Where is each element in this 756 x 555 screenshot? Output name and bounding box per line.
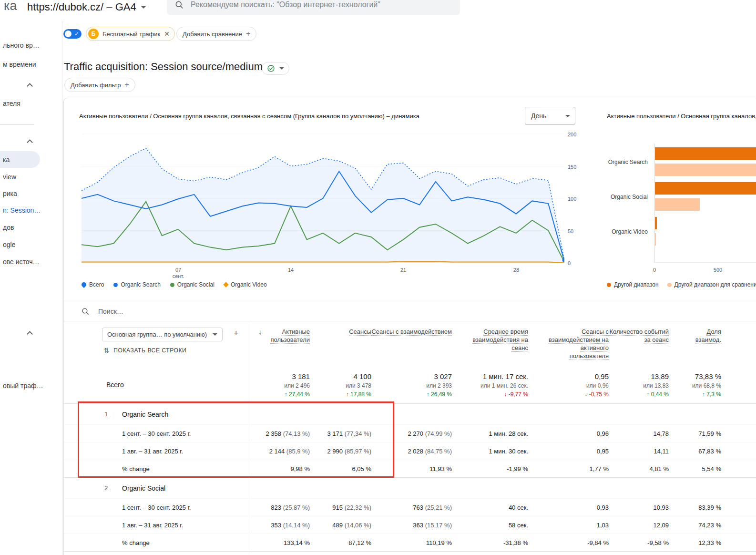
check-circle-icon xyxy=(267,64,275,72)
sidebar-item[interactable]: льного вр… xyxy=(3,41,40,49)
metric-cell: 1,03 xyxy=(528,522,609,529)
sidebar-item[interactable]: ове источ… xyxy=(3,258,40,266)
sidebar-item[interactable]: view xyxy=(3,173,16,181)
table-row: % change133,14 %87,12 %110,19 %-31,38 %-… xyxy=(64,534,756,551)
total-marker-icon xyxy=(81,281,87,288)
chevron-up-icon[interactable] xyxy=(27,331,33,337)
metric-cell: 83,39 % xyxy=(669,504,721,511)
legend-item: Другой диапазон xyxy=(607,281,659,288)
metric-cell: 1 мин. 30 сек. xyxy=(452,448,528,455)
totals-metric-cell: 1 мин. 17 сек.или 1 мин. 26 сек.↓ -9,77 … xyxy=(452,372,528,398)
column-header[interactable]: Доля взаимод. xyxy=(669,328,721,344)
metric-cell: 67,83 % xyxy=(669,448,721,455)
sidebar-item-current-report[interactable]: n: Session… xyxy=(3,206,41,214)
legend-item: Organic Social xyxy=(170,281,215,288)
group-header-row: 1Organic Search xyxy=(64,404,756,424)
add-comparison-button[interactable]: Добавить сравнение + xyxy=(176,27,256,41)
bar-chart xyxy=(654,144,756,267)
add-filter-button[interactable]: Добавить фильтр + xyxy=(64,78,135,92)
sidebar-item[interactable]: ogle xyxy=(3,241,15,248)
column-header[interactable]: Среднее время взаимодействия на сеанс xyxy=(452,328,528,352)
search-placeholder: Рекомендуем поискать: "Обзор интернет-те… xyxy=(191,0,380,9)
granularity-select[interactable]: День xyxy=(525,107,575,125)
property-title: https://dubok.cz/ – GA4 xyxy=(27,1,136,13)
legend-item: Другой диапазон для сравнения xyxy=(667,281,756,288)
report-card: Активные пользователи / Основная группа … xyxy=(63,98,756,555)
segment-chip[interactable]: Б Бесплатный трафик ✕ xyxy=(86,27,175,41)
sidebar-divider-vertical xyxy=(62,21,62,555)
chevron-up-icon[interactable] xyxy=(27,83,33,89)
report-status-badge[interactable] xyxy=(262,62,289,75)
sidebar-item[interactable]: ателя xyxy=(3,100,20,107)
plus-icon: + xyxy=(125,81,129,89)
metric-cell: 489 (14,06 %) xyxy=(310,522,371,529)
row-label: 1 сент. – 30 сент. 2025 г. xyxy=(64,430,249,437)
sidebar-item[interactable]: м времени xyxy=(3,61,36,68)
line-chart-title: Активные пользователи / Основная группа … xyxy=(79,113,499,120)
chevron-up-icon[interactable] xyxy=(27,139,33,145)
bar-chart-title: Активные пользователи / Основная группа … xyxy=(607,113,756,120)
table-row: 1 авг. – 31 авг. 2025 г.2 144 (85,9 %)2 … xyxy=(64,442,756,460)
bar-axis-tick: 500 xyxy=(711,267,725,273)
column-header[interactable]: Количество событий за сеанс xyxy=(609,328,669,344)
metric-cell: 11,93 % xyxy=(371,465,452,473)
property-selector[interactable]: https://dubok.cz/ – GA4 xyxy=(27,1,146,13)
table-search[interactable]: Поиск… xyxy=(64,301,756,321)
metric-cell: 40 сек. xyxy=(452,504,528,511)
legend-item: Organic Video xyxy=(224,281,267,288)
metric-cell: 14,78 xyxy=(609,430,669,437)
sidebar-item[interactable]: овый траф… xyxy=(3,382,43,390)
metric-cell: 1 мин. 28 сек. xyxy=(452,430,528,437)
metric-cell: 10,93 xyxy=(609,504,669,511)
ga4-report-page: льного вр… м времени ателя ка view рика … xyxy=(0,0,756,555)
x-axis-label: 07сент. xyxy=(164,267,193,279)
totals-metric-cell: 4 100или 3 478↑ 17,88 % xyxy=(310,372,371,398)
segment-chip-label: Бесплатный трафик xyxy=(102,31,160,38)
metric-cell: 87,12 % xyxy=(310,539,371,546)
series-dot-icon xyxy=(170,283,174,287)
metric-cell: 1,77 % xyxy=(528,465,609,473)
chart-legend: Всего Organic Search Organic Social Orga… xyxy=(82,281,267,288)
column-header[interactable]: Сеансы с взаимодействием xyxy=(371,328,452,336)
metric-cell: 3 171 (77,34 %) xyxy=(310,430,371,437)
close-icon[interactable]: ✕ xyxy=(164,30,170,38)
column-header[interactable]: Сеансы с взаимодействием на активного по… xyxy=(528,328,609,360)
metric-cell: 2 144 (85,9 %) xyxy=(249,448,310,455)
x-axis-label: 21 xyxy=(389,267,418,273)
search-bar[interactable]: Рекомендуем поискать: "Обзор интернет-те… xyxy=(167,0,460,15)
metric-cell: 58 сек. xyxy=(452,522,528,529)
x-axis-label: 28 xyxy=(502,267,531,273)
table-search-placeholder: Поиск… xyxy=(98,308,123,315)
sidebar-item[interactable]: рика xyxy=(3,190,17,197)
totals-metric-cell: 73,83 %или 68,8 %↑ 7,3 % xyxy=(669,372,721,398)
table-row: % change9,98 %6,05 %11,93 %-1,99 %1,77 %… xyxy=(64,460,756,477)
table-row: 1 авг. – 31 авг. 2025 г.353 (14,14 %)489… xyxy=(64,516,756,534)
metric-cell: 363 (15,17 %) xyxy=(371,522,452,529)
add-comparison-label: Добавить сравнение xyxy=(183,31,242,38)
channel-name: Organic Social xyxy=(122,484,165,492)
row-label: % change xyxy=(64,465,249,473)
sidebar-item[interactable]: ка xyxy=(3,156,10,164)
row-label: 1 авг. – 31 авг. 2025 г. xyxy=(64,448,249,455)
metric-cell: 2 358 (74,13 %) xyxy=(249,430,310,437)
column-header[interactable]: Сеансы xyxy=(310,328,371,336)
sidebar-item[interactable]: дов xyxy=(3,224,14,231)
segment-toggle[interactable]: ✓ xyxy=(63,29,82,39)
totals-label: Всего xyxy=(64,381,249,389)
column-header[interactable]: ↓Активные пользователи xyxy=(249,328,310,344)
metric-cell: 6,05 % xyxy=(310,465,371,473)
metric-cell: 71,59 % xyxy=(669,430,721,437)
metric-cell: 2 270 (74,99 %) xyxy=(371,430,452,437)
group-header-row: 2Organic Social xyxy=(64,478,756,498)
metric-cell: 110,19 % xyxy=(371,539,452,546)
bar-category-label: Organic Video xyxy=(581,228,648,235)
row-label: 1 сент. – 30 сент. 2025 г. xyxy=(64,504,249,511)
line-chart xyxy=(82,132,564,267)
metric-cell: 0,93 xyxy=(528,504,609,511)
series-dot-icon xyxy=(667,283,672,287)
table-body: 1Organic Search1 сент. – 30 сент. 2025 г… xyxy=(64,403,756,552)
metric-cell: 763 (25,21 %) xyxy=(371,504,452,511)
add-filter-label: Добавить фильтр xyxy=(71,82,121,89)
metric-cell: 12,09 xyxy=(609,522,669,529)
table-row: 1 сент. – 30 сент. 2025 г.2 358 (74,13 %… xyxy=(64,424,756,442)
